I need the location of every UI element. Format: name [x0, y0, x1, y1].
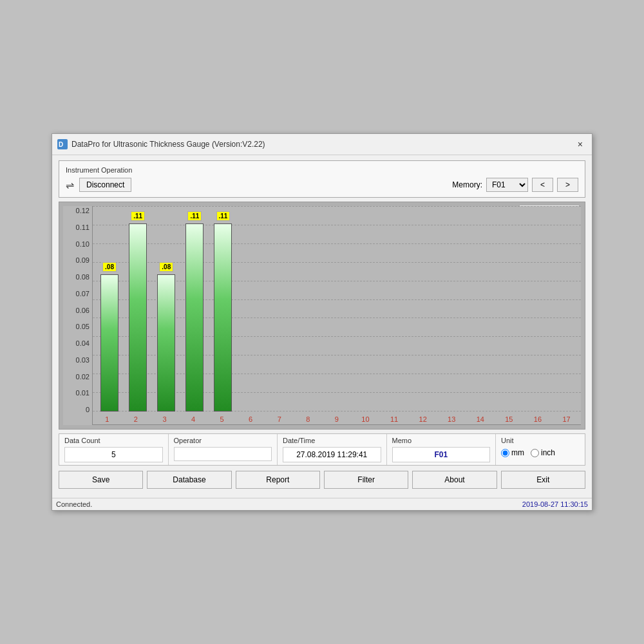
- main-window: D DataPro for Ultrasonic Thickness Gauge…: [52, 133, 592, 511]
- datetime-cell: Date/Time 27.08.2019 11:29:41: [278, 434, 387, 465]
- filter-button[interactable]: Filter: [324, 471, 408, 489]
- report-button[interactable]: Report: [236, 471, 320, 489]
- x-label-15: 15: [495, 415, 524, 423]
- operator-cell: Operator: [169, 434, 278, 465]
- database-button[interactable]: Database: [147, 471, 231, 489]
- next-button[interactable]: >: [557, 178, 578, 192]
- x-label-6: 6: [236, 415, 265, 423]
- x-label-12: 12: [408, 415, 437, 423]
- y-axis: 0.12 0.11 0.10 0.09 0.08 0.07 0.06 0.05 …: [63, 206, 92, 425]
- datetime-value: 27.08.2019 11:29:41: [283, 447, 381, 462]
- bar-3: [157, 274, 175, 412]
- memory-select[interactable]: F01 F02 F03: [486, 178, 528, 192]
- memo-value: F01: [392, 447, 491, 462]
- x-label-5: 5: [207, 415, 236, 423]
- operator-label: Operator: [174, 437, 272, 444]
- memo-label: Memo: [392, 437, 491, 444]
- data-count-cell: Data Count 5: [59, 434, 169, 465]
- x-label-9: 9: [323, 415, 352, 423]
- svg-text:D: D: [59, 141, 63, 148]
- memory-section: Memory: F01 F02 F03 < >: [452, 178, 578, 192]
- x-label-8: 8: [294, 415, 323, 423]
- bar-group-2: .11: [124, 206, 152, 412]
- bar-5: [214, 223, 232, 412]
- bar-group-1: .08: [95, 206, 124, 412]
- x-label-3: 3: [150, 415, 179, 423]
- action-row: Save Database Report Filter About Exit: [59, 471, 585, 489]
- unit-cell: Unit mm inch: [496, 434, 585, 465]
- x-label-4: 4: [179, 415, 208, 423]
- bar-label-1: .08: [102, 262, 117, 272]
- bar-group-5: .11: [209, 206, 237, 412]
- unit-mm-label: mm: [511, 448, 524, 457]
- exit-button[interactable]: Exit: [501, 471, 585, 489]
- bar-label-3: .08: [159, 262, 173, 272]
- prev-button[interactable]: <: [532, 178, 553, 192]
- x-label-1: 1: [93, 415, 122, 423]
- status-bar: Connected. 2019-08-27 11:30:15: [52, 498, 592, 510]
- unit-mm-radio[interactable]: [501, 449, 509, 457]
- x-label-13: 13: [437, 415, 466, 423]
- bar-2: [129, 223, 147, 412]
- x-label-16: 16: [524, 415, 553, 423]
- bars-container: .08.11.08.11.11: [93, 206, 581, 412]
- app-icon: D: [57, 139, 68, 149]
- x-label-14: 14: [466, 415, 495, 423]
- instrument-controls: ⇌ Disconnect Memory: F01 F02 F03 < >: [66, 178, 578, 192]
- status-time: 2019-08-27 11:30:15: [522, 500, 588, 508]
- bar-group-4: .11: [180, 206, 209, 412]
- save-button[interactable]: Save: [59, 471, 143, 489]
- unit-inch-group: inch: [531, 448, 555, 457]
- memo-cell: Memo F01: [387, 434, 497, 465]
- main-content: Instrument Operation ⇌ Disconnect Memory…: [52, 155, 592, 498]
- x-label-10: 10: [351, 415, 380, 423]
- unit-inch-radio[interactable]: [531, 449, 539, 457]
- unit-options: mm inch: [501, 447, 580, 459]
- bar-label-5: .11: [216, 211, 231, 221]
- bar-label-2: .11: [131, 211, 145, 221]
- data-count-label: Data Count: [64, 437, 163, 444]
- instrument-section: Instrument Operation ⇌ Disconnect Memory…: [59, 160, 585, 198]
- usb-icon: ⇌: [66, 179, 74, 191]
- x-labels: 1234567891011121314151617: [93, 415, 581, 423]
- x-label-17: 17: [552, 415, 581, 423]
- operator-value: [174, 447, 272, 461]
- close-button[interactable]: ×: [574, 138, 587, 151]
- info-row: Data Count 5 Operator Date/Time 27.08.20…: [59, 433, 585, 466]
- window-title: DataPro for Ultrasonic Thickness Gauge (…: [71, 140, 265, 149]
- instrument-label: Instrument Operation: [66, 166, 578, 174]
- bar-4: [185, 223, 204, 412]
- chart-area: ◁ Page 1 of 1 ▷ 0.12 0.11 0.10 0.09 0.08…: [59, 202, 585, 430]
- x-label-2: 2: [122, 415, 151, 423]
- x-label-7: 7: [265, 415, 294, 423]
- unit-mm-group: mm: [501, 448, 524, 457]
- chart-grid-area: .08.11.08.11.11 123456789101112131415161…: [92, 206, 581, 425]
- data-count-value: 5: [64, 447, 163, 462]
- unit-inch-label: inch: [541, 448, 555, 457]
- about-button[interactable]: About: [412, 471, 497, 489]
- disconnect-button[interactable]: Disconnect: [79, 178, 131, 192]
- title-bar: D DataPro for Ultrasonic Thickness Gauge…: [52, 134, 592, 155]
- status-connected: Connected.: [56, 500, 92, 508]
- bar-group-3: .08: [152, 206, 180, 412]
- datetime-label: Date/Time: [283, 437, 381, 444]
- bar-1: [100, 274, 118, 412]
- unit-label: Unit: [501, 437, 580, 444]
- bar-label-4: .11: [187, 211, 202, 221]
- x-label-11: 11: [380, 415, 409, 423]
- chart-inner: 0.12 0.11 0.10 0.09 0.08 0.07 0.06 0.05 …: [63, 206, 581, 425]
- memory-label: Memory:: [452, 180, 482, 189]
